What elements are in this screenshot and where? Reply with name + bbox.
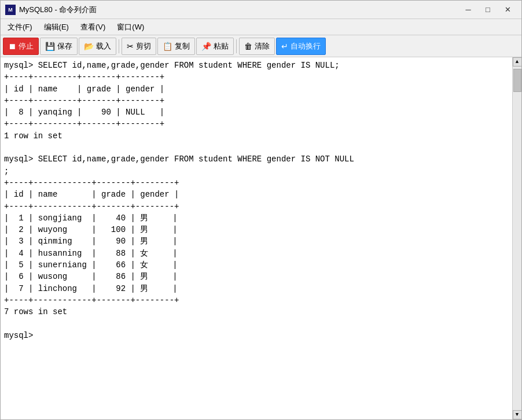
load-button[interactable]: 📂 载入 bbox=[79, 38, 116, 55]
clear-button[interactable]: 🗑 清除 bbox=[239, 38, 275, 55]
scroll-track[interactable] bbox=[513, 67, 521, 410]
clear-icon: 🗑 bbox=[244, 42, 252, 51]
menu-edit[interactable]: 编辑(E) bbox=[39, 21, 73, 34]
cut-button[interactable]: ✂ 剪切 bbox=[122, 38, 156, 55]
terminal-container[interactable]: mysql> SELECT id,name,grade,gender FROM … bbox=[1, 57, 512, 419]
scrollbar-panel: ▲ ▼ bbox=[512, 57, 521, 419]
terminal-wrapper: mysql> SELECT id,name,grade,gender FROM … bbox=[1, 57, 521, 419]
maximize-button[interactable]: □ bbox=[479, 3, 497, 17]
stop-button[interactable]: ⏹ 停止 bbox=[3, 38, 39, 55]
app-icon: M bbox=[5, 5, 16, 15]
copy-icon: 📋 bbox=[163, 42, 172, 51]
wrap-button[interactable]: ↵ 自动换行 bbox=[276, 38, 326, 55]
minimize-button[interactable]: ─ bbox=[459, 3, 477, 17]
terminal-output: mysql> SELECT id,name,grade,gender FROM … bbox=[1, 57, 512, 344]
save-icon: 💾 bbox=[45, 42, 55, 51]
copy-button[interactable]: 📋 复制 bbox=[157, 38, 195, 55]
stop-icon: ⏹ bbox=[8, 42, 16, 51]
main-window: M MySQL80 - 命令列介面 ─ □ ✕ 文件(F) 编辑(E) 查看(V… bbox=[0, 0, 522, 420]
paste-button[interactable]: 📌 粘贴 bbox=[196, 38, 234, 55]
load-icon: 📂 bbox=[84, 42, 94, 51]
wrap-icon: ↵ bbox=[281, 42, 288, 51]
title-bar: M MySQL80 - 命令列介面 ─ □ ✕ bbox=[1, 1, 521, 19]
window-controls: ─ □ ✕ bbox=[459, 3, 517, 17]
scroll-up-button[interactable]: ▲ bbox=[513, 57, 522, 67]
toolbar: ⏹ 停止 💾 保存 📂 载入 ✂ 剪切 📋 复制 📌 粘贴 🗑 清除 bbox=[1, 35, 521, 57]
menu-window[interactable]: 窗口(W) bbox=[112, 21, 149, 34]
scroll-down-button[interactable]: ▼ bbox=[513, 410, 522, 419]
save-button[interactable]: 💾 保存 bbox=[40, 38, 78, 55]
menu-file[interactable]: 文件(F) bbox=[3, 21, 37, 34]
menu-bar: 文件(F) 编辑(E) 查看(V) 窗口(W) bbox=[1, 19, 521, 35]
window-title: MySQL80 - 命令列介面 bbox=[19, 5, 459, 15]
scroll-thumb[interactable] bbox=[513, 69, 521, 92]
paste-icon: 📌 bbox=[201, 42, 211, 51]
menu-view[interactable]: 查看(V) bbox=[76, 21, 110, 34]
cut-icon: ✂ bbox=[127, 42, 134, 51]
toolbar-sep-1 bbox=[119, 39, 119, 53]
toolbar-sep-2 bbox=[236, 39, 237, 53]
close-button[interactable]: ✕ bbox=[498, 3, 517, 17]
